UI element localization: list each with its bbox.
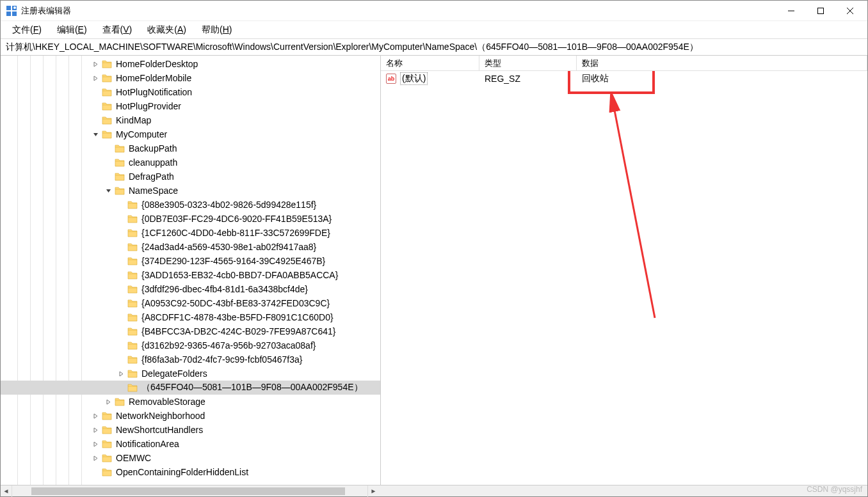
main-split: HomeFolderDesktopHomeFolderMobileHotPlug…: [1, 56, 867, 485]
tree-item[interactable]: {3ADD1653-EB32-4cb0-BBD7-DFA0ABB5ACCA}: [1, 268, 380, 282]
menu-file[interactable]: 文件(F): [6, 22, 48, 38]
tree-item[interactable]: NetworkNeighborhood: [1, 409, 380, 423]
path-text: 计算机\HKEY_LOCAL_MACHINE\SOFTWARE\Microsof…: [6, 42, 698, 53]
scroll-thumb[interactable]: [31, 487, 345, 495]
col-header-name[interactable]: 名称: [381, 56, 479, 70]
maximize-button[interactable]: [806, 1, 835, 21]
tree-item-label: {0DB7E03F-FC29-4DC6-9020-FF41B59E513A}: [141, 214, 332, 224]
tree-item[interactable]: {374DE290-123F-4565-9164-39C4925E467B}: [1, 254, 380, 268]
minimize-button[interactable]: [776, 1, 806, 21]
tree-item-label: （645FFO40—5081—101B—9F08—00AA002F954E）: [141, 382, 363, 393]
chevron-right-icon[interactable]: [90, 59, 100, 69]
tree-item[interactable]: {088e3905-0323-4b02-9826-5d99428e115f}: [1, 198, 380, 212]
tree-item-label: HomeFolderMobile: [116, 73, 191, 83]
folder-icon: [115, 186, 125, 195]
menu-view[interactable]: 查看(V): [96, 22, 139, 38]
tree-item-label: HomeFolderDesktop: [116, 59, 198, 69]
tree-item[interactable]: DelegateFolders: [1, 367, 380, 381]
tree-item[interactable]: HomeFolderDesktop: [1, 57, 380, 71]
tree-item-label: {374DE290-123F-4565-9164-39C4925E467B}: [141, 256, 325, 266]
menu-help[interactable]: 帮助(H): [195, 22, 238, 38]
tree-item[interactable]: OEMWC: [1, 451, 380, 465]
folder-icon: [102, 439, 112, 448]
folder-icon: [127, 327, 138, 336]
folder-icon: [127, 313, 138, 322]
folder-icon: [127, 214, 138, 223]
tree-item-label: BackupPath: [129, 143, 177, 154]
folder-icon: [127, 383, 138, 392]
value-data: 回收站: [577, 73, 867, 84]
window: 注册表编辑器 文件(F) 编辑(E) 查看(V) 收藏夹(A) 帮助(H) 计算…: [0, 0, 868, 497]
values-pane: 名称 类型 数据 ab (默认) REG_SZ 回收站: [381, 56, 867, 485]
chevron-right-icon[interactable]: [103, 397, 113, 407]
tree-item[interactable]: HomeFolderMobile: [1, 71, 380, 85]
col-header-data[interactable]: 数据: [577, 56, 867, 70]
chevron-right-icon[interactable]: [90, 73, 100, 83]
tree-item[interactable]: {1CF1260C-4DD0-4ebb-811F-33C572699FDE}: [1, 226, 380, 240]
tree-item-label: {3ADD1653-EB32-4cb0-BBD7-DFA0ABB5ACCA}: [141, 270, 338, 280]
string-value-icon: ab: [386, 74, 396, 84]
chevron-right-icon[interactable]: [90, 439, 100, 449]
tree-item[interactable]: HotPlugNotification: [1, 85, 380, 99]
tree-item[interactable]: BackupPath: [1, 141, 380, 155]
menu-favorites[interactable]: 收藏夹(A): [141, 22, 193, 38]
tree-item-label: {A8CDFF1C-4878-43be-B5FD-F8091C1C60D0}: [141, 312, 334, 322]
tree-item[interactable]: MyComputer: [1, 127, 380, 141]
folder-icon: [115, 397, 125, 406]
close-button[interactable]: [835, 1, 865, 21]
chevron-right-icon[interactable]: [90, 411, 100, 421]
value-name: (默认): [400, 72, 428, 85]
tree-item[interactable]: DefragPath: [1, 170, 380, 184]
registry-tree[interactable]: HomeFolderDesktopHomeFolderMobileHotPlug…: [1, 56, 380, 485]
tree-item[interactable]: HotPlugProvider: [1, 99, 380, 113]
chevron-down-icon[interactable]: [90, 129, 100, 139]
scroll-track-left[interactable]: [12, 487, 367, 495]
chevron-right-icon[interactable]: [116, 368, 126, 379]
horizontal-scrollbar[interactable]: ◄ ►: [1, 485, 867, 496]
menu-edit[interactable]: 编辑(E): [51, 22, 93, 38]
folder-icon: [102, 102, 112, 111]
chevron-right-icon[interactable]: [90, 425, 100, 435]
tree-item-label: NameSpace: [129, 185, 178, 196]
tree-item[interactable]: {A8CDFF1C-4878-43be-B5FD-F8091C1C60D0}: [1, 310, 380, 324]
col-header-type[interactable]: 类型: [479, 56, 577, 70]
value-row[interactable]: ab (默认) REG_SZ 回收站: [381, 71, 867, 86]
chevron-right-icon[interactable]: [90, 453, 100, 463]
tree-item[interactable]: {A0953C92-50DC-43bf-BE83-3742FED03C9C}: [1, 296, 380, 310]
svg-rect-6: [818, 8, 824, 13]
folder-icon: [127, 228, 138, 237]
tree-item[interactable]: KindMap: [1, 113, 380, 127]
path-bar[interactable]: 计算机\HKEY_LOCAL_MACHINE\SOFTWARE\Microsof…: [1, 39, 867, 56]
tree-item[interactable]: {f86fa3ab-70d2-4fc7-9c99-fcbf05467f3a}: [1, 352, 380, 367]
values-list[interactable]: ab (默认) REG_SZ 回收站: [381, 71, 867, 485]
tree-item[interactable]: {d3162b92-9365-467a-956b-92703aca08af}: [1, 338, 380, 352]
tree-item[interactable]: NotificationArea: [1, 437, 380, 451]
svg-point-4: [13, 6, 16, 9]
tree-item[interactable]: {3dfdf296-dbec-4fb4-81d1-6a3438bcf4de}: [1, 282, 380, 296]
values-header: 名称 类型 数据: [381, 56, 867, 71]
tree-item[interactable]: （645FFO40—5081—101B—9F08—00AA002F954E）: [1, 381, 380, 395]
tree-item[interactable]: NewShortcutHandlers: [1, 423, 380, 437]
tree-item[interactable]: {24ad3ad4-a569-4530-98e1-ab02f9417aa8}: [1, 240, 380, 254]
tree-item[interactable]: NameSpace: [1, 184, 380, 198]
svg-line-10: [613, 100, 655, 318]
scroll-right-button[interactable]: ►: [367, 485, 379, 497]
scroll-left-button[interactable]: ◄: [1, 485, 12, 497]
tree-item[interactable]: OpenContainingFolderHiddenList: [1, 465, 380, 479]
tree-item[interactable]: {0DB7E03F-FC29-4DC6-9020-FF41B59E513A}: [1, 212, 380, 226]
tree-item[interactable]: {B4BFCC3A-DB2C-424C-B029-7FE99A87C641}: [1, 324, 380, 338]
menubar: 文件(F) 编辑(E) 查看(V) 收藏夹(A) 帮助(H): [1, 21, 867, 39]
folder-icon: [127, 285, 138, 294]
tree-item-label: {24ad3ad4-a569-4530-98e1-ab02f9417aa8}: [141, 242, 316, 252]
folder-icon: [102, 130, 112, 139]
folder-icon: [127, 341, 138, 350]
regedit-icon: [6, 5, 17, 17]
tree-item[interactable]: RemovableStorage: [1, 395, 380, 409]
folder-icon: [127, 299, 138, 308]
chevron-down-icon[interactable]: [103, 185, 113, 196]
window-controls: [776, 1, 865, 21]
tree-item[interactable]: cleanuppath: [1, 155, 380, 170]
svg-rect-0: [6, 6, 11, 10]
tree-item-label: {f86fa3ab-70d2-4fc7-9c99-fcbf05467f3a}: [141, 354, 302, 365]
tree-item-label: DelegateFolders: [141, 368, 207, 379]
